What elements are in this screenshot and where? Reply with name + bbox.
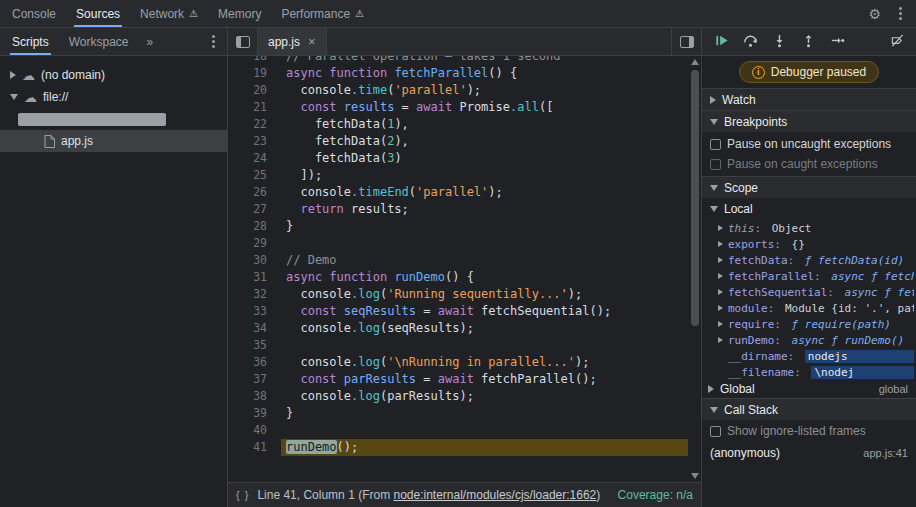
breakpoint-option[interactable]: Pause on caught exceptions — [702, 154, 916, 174]
expand-icon[interactable] — [718, 289, 728, 295]
line-number[interactable]: 21 — [228, 99, 281, 116]
tab-label: Console — [12, 7, 56, 21]
line-number[interactable]: 38 — [228, 388, 281, 405]
close-tab-icon[interactable]: × — [308, 35, 316, 48]
toggle-navigator-sidebar-button[interactable] — [228, 28, 258, 55]
expand-icon[interactable] — [10, 71, 16, 79]
expand-icon[interactable] — [718, 257, 728, 263]
editor-scrollbar[interactable] — [688, 56, 701, 482]
line-number[interactable]: 27 — [228, 201, 281, 218]
expand-icon[interactable] — [718, 337, 728, 343]
scope-variable[interactable]: fetchData: ƒ fetchData(id) — [702, 252, 916, 268]
call-stack-frame[interactable]: (anonymous)app.js:41 — [702, 442, 916, 464]
sidebar-overflow-chevron[interactable]: » — [139, 28, 162, 55]
scope-section-label: Scope — [724, 181, 758, 195]
expand-icon[interactable] — [718, 273, 728, 279]
scrollbar-thumb[interactable] — [691, 70, 699, 326]
step-over-icon — [743, 33, 758, 51]
sidebar-kebab-icon[interactable] — [210, 33, 217, 50]
scope-variable[interactable]: exports: {} — [702, 236, 916, 252]
line-number[interactable]: 39 — [228, 405, 281, 422]
line-number[interactable]: 30 — [228, 252, 281, 269]
section-breakpoints[interactable]: Breakpoints — [702, 110, 916, 132]
section-watch[interactable]: Watch — [702, 88, 916, 110]
line-number[interactable]: 23 — [228, 133, 281, 150]
pretty-print-button[interactable]: { } — [236, 489, 249, 501]
expand-icon[interactable] — [718, 225, 728, 231]
expand-icon[interactable] — [718, 321, 728, 327]
line-number[interactable]: 32 — [228, 286, 281, 303]
line-number[interactable]: 22 — [228, 116, 281, 133]
scope-variable[interactable]: this: Object — [702, 220, 916, 236]
resume-button[interactable] — [710, 31, 732, 53]
line-number[interactable]: 26 — [228, 184, 281, 201]
breakpoints-section-label: Breakpoints — [724, 115, 787, 129]
step-over-button[interactable] — [739, 31, 761, 53]
section-scope[interactable]: Scope — [702, 176, 916, 198]
tree-file-app.js[interactable]: app.js — [0, 130, 227, 152]
scroll-up-arrow-icon[interactable] — [691, 59, 699, 65]
tree-group-nodomain[interactable]: ☁(no domain) — [0, 64, 227, 86]
line-number[interactable]: 25 — [228, 167, 281, 184]
tab-label: Memory — [218, 7, 261, 21]
main-area: ScriptsWorkspace » ☁(no domain)☁file://a… — [0, 28, 916, 507]
code-line: 26 console.timeEnd('parallel'); — [228, 184, 688, 201]
line-number[interactable]: 29 — [228, 235, 281, 252]
scope-variable[interactable]: __dirname: nodejs — [702, 348, 916, 364]
scroll-down-arrow-icon[interactable] — [691, 473, 699, 479]
deactivate-breakpoints-button[interactable] — [886, 31, 908, 53]
line-number[interactable]: 31 — [228, 269, 281, 286]
section-call-stack[interactable]: Call Stack — [702, 398, 916, 420]
sidebar-tab-scripts[interactable]: Scripts — [2, 28, 59, 55]
show-ignore-listed-frames-checkbox[interactable]: Show ignore-listed frames — [702, 420, 916, 442]
expand-icon[interactable] — [718, 241, 728, 247]
line-number[interactable]: 41 — [228, 439, 281, 456]
line-number[interactable]: 18 — [228, 56, 281, 65]
variable-value: ƒ require(path) — [792, 318, 891, 331]
tree-folder-redacted[interactable] — [0, 108, 227, 130]
step-into-button[interactable] — [768, 31, 790, 53]
collapse-icon[interactable] — [10, 94, 18, 100]
editor-tab-appjs[interactable]: app.js × — [258, 28, 327, 55]
line-number[interactable]: 33 — [228, 303, 281, 320]
scope-variable[interactable]: fetchSequential: async ƒ fetchSequential… — [702, 284, 916, 300]
main-menu-kebab-icon[interactable] — [897, 5, 904, 22]
line-number[interactable]: 28 — [228, 218, 281, 235]
step-button[interactable] — [826, 31, 848, 53]
scope-variable[interactable]: require: ƒ require(path) — [702, 316, 916, 332]
checkbox-icon[interactable] — [710, 159, 721, 170]
breakpoint-option[interactable]: Pause on uncaught exceptions — [702, 134, 916, 154]
line-number[interactable]: 24 — [228, 150, 281, 167]
line-number[interactable]: 36 — [228, 354, 281, 371]
toggle-debugger-sidebar-button[interactable] — [671, 28, 701, 55]
scope-variable[interactable]: fetchParallel: async ƒ fetchParallel() — [702, 268, 916, 284]
code-text: console.time('parallel'); — [281, 82, 688, 99]
line-number[interactable]: 37 — [228, 371, 281, 388]
checkbox-icon[interactable] — [710, 139, 721, 150]
loader-source-link[interactable]: node:internal/modules/cjs/loader:1662 — [393, 488, 596, 502]
line-number[interactable]: 34 — [228, 320, 281, 337]
sidebar-tab-workspace[interactable]: Workspace — [59, 28, 139, 55]
line-number[interactable]: 35 — [228, 337, 281, 354]
tab-sources[interactable]: Sources — [66, 0, 130, 27]
scope-variable[interactable]: __filename: \nodej — [702, 364, 916, 380]
line-number[interactable]: 19 — [228, 65, 281, 82]
step-out-button[interactable] — [797, 31, 819, 53]
scope-variable[interactable]: runDemo: async ƒ runDemo() — [702, 332, 916, 348]
line-number[interactable]: 20 — [228, 82, 281, 99]
tab-performance[interactable]: Performance⚠ — [271, 0, 374, 27]
expand-icon[interactable] — [718, 305, 728, 311]
scope-local-header[interactable]: Local — [702, 198, 916, 220]
scope-variable[interactable]: module: Module {id: '.', path: — [702, 300, 916, 316]
line-number[interactable]: 40 — [228, 422, 281, 439]
checkbox-icon[interactable] — [710, 426, 721, 437]
tree-group-file[interactable]: ☁file:// — [0, 86, 227, 108]
tab-console[interactable]: Console — [2, 0, 66, 27]
settings-gear-icon[interactable] — [868, 7, 881, 21]
tab-network[interactable]: Network⚠ — [130, 0, 208, 27]
code-line: 24 fetchData(3) — [228, 150, 688, 167]
variable-value: Object — [772, 222, 812, 235]
scope-global-row[interactable]: Global global — [702, 380, 916, 398]
tab-memory[interactable]: Memory — [208, 0, 271, 27]
separator: : — [788, 254, 801, 267]
